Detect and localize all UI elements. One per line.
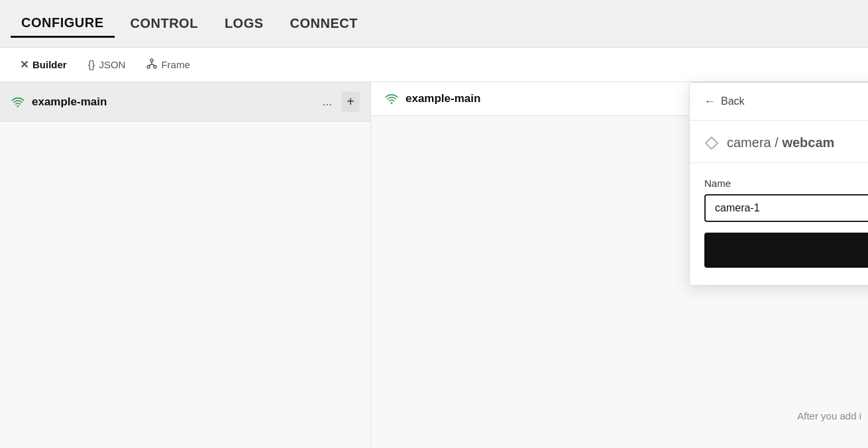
- main-layout: example-main ... + example-main ← Back: [0, 82, 868, 448]
- wifi-icon: [11, 95, 25, 109]
- tab-json[interactable]: {} JSON: [79, 54, 135, 76]
- name-input[interactable]: [706, 196, 868, 221]
- svg-line-4: [148, 64, 152, 66]
- right-panel: example-main ← Back camera / webcam: [371, 82, 868, 448]
- svg-point-1: [147, 66, 150, 68]
- popup-dialog: ← Back camera / webcam Name: [689, 82, 868, 286]
- panel-title: example-main: [406, 92, 480, 105]
- svg-point-7: [391, 102, 393, 104]
- nav-connect[interactable]: CONNECT: [280, 11, 368, 36]
- popup-form-section: Name i Crea: [690, 163, 868, 285]
- tab-json-label: JSON: [99, 59, 125, 70]
- sidebar-item-example-main: example-main ... +: [0, 82, 370, 122]
- create-button[interactable]: Create: [704, 233, 868, 268]
- tab-frame[interactable]: Frame: [137, 53, 199, 77]
- frame-icon: [146, 58, 157, 72]
- name-label: Name: [704, 178, 868, 189]
- svg-point-2: [154, 66, 156, 68]
- sidebar-item-label: example-main: [32, 95, 318, 109]
- svg-line-5: [152, 64, 155, 66]
- nav-logs[interactable]: LOGS: [214, 11, 274, 36]
- name-input-wrapper: i: [704, 194, 868, 222]
- tab-frame-label: Frame: [161, 59, 190, 70]
- nav-control[interactable]: CONTROL: [120, 11, 209, 36]
- svg-point-6: [17, 105, 19, 107]
- top-nav: CONFIGURE CONTROL LOGS CONNECT: [0, 0, 868, 48]
- panel-wifi-icon: [384, 91, 399, 106]
- popup-type-section: camera / webcam: [690, 121, 868, 163]
- popup-back-button[interactable]: ← Back: [690, 83, 868, 121]
- sidebar: example-main ... +: [0, 82, 371, 448]
- popup-type-name: webcam: [782, 135, 834, 150]
- sidebar-item-actions: ... +: [318, 91, 360, 112]
- sidebar-more-button[interactable]: ...: [318, 92, 336, 111]
- back-arrow-icon: ←: [704, 95, 716, 108]
- popup-type-prefix: camera /: [727, 135, 779, 150]
- wrench-icon: ✕: [20, 58, 28, 71]
- sub-tabs-bar: ✕ Builder {} JSON Frame: [0, 48, 868, 82]
- back-label: Back: [721, 95, 745, 107]
- nav-configure[interactable]: CONFIGURE: [11, 10, 115, 38]
- sidebar-add-button[interactable]: +: [341, 91, 360, 112]
- after-add-text: After you add i: [790, 404, 868, 428]
- svg-point-0: [150, 59, 153, 62]
- braces-icon: {}: [88, 59, 95, 71]
- tab-builder[interactable]: ✕ Builder: [11, 53, 76, 76]
- diamond-icon: [704, 136, 719, 150]
- popup-type-text: camera / webcam: [727, 135, 834, 150]
- tab-builder-label: Builder: [32, 59, 67, 70]
